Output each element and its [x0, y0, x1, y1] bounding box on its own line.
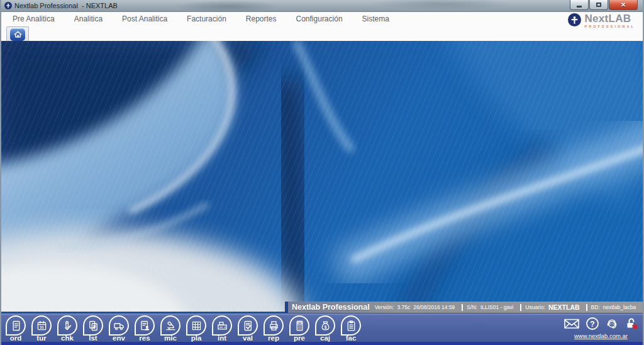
toolbar-button[interactable]: ord	[5, 315, 26, 342]
status-datetime: 26/08/2016 14:59	[413, 304, 455, 310]
toolbar-button[interactable]: rep	[263, 315, 284, 342]
toolbar-button-label: pre	[294, 334, 305, 342]
toolbar-button-label: fac	[346, 334, 357, 342]
microscope-icon	[160, 315, 180, 336]
bottom-toolbar: ord tur chk	[1, 313, 643, 345]
toolbar-button-label: res	[139, 334, 150, 342]
menu-bar: Pre Analitica Analitica Post Analitica F…	[1, 12, 643, 26]
menu-item[interactable]: Post Analitica	[122, 14, 167, 23]
toolbar-button[interactable]: int	[211, 315, 233, 342]
toolbar-right-cluster: www.nextlab.com.ar	[563, 316, 639, 339]
toolbar-button[interactable]: mic	[160, 315, 181, 342]
toolbar-button-label: lst	[89, 334, 97, 342]
toolbar-button-label: tur	[36, 334, 46, 342]
menu-item[interactable]: Configuración	[296, 14, 343, 23]
validation-icon	[238, 315, 258, 336]
app-window: Nextlab Professional - NEXTLAB ✕ Pre Ana…	[0, 0, 644, 345]
tab-strip	[1, 26, 643, 41]
lock-exit-icon[interactable]	[624, 316, 639, 331]
toolbar-button-label: rep	[268, 334, 279, 342]
toolbar-button[interactable]: pre	[289, 315, 310, 342]
calendar-turns-icon	[31, 315, 52, 336]
toolbar-button[interactable]: tur	[31, 315, 52, 342]
status-user-value: NEXTLAB	[548, 303, 580, 311]
app-logo-icon	[4, 2, 12, 9]
menu-item[interactable]: Facturación	[187, 14, 226, 23]
patient-results-icon	[135, 315, 155, 336]
shipment-truck-icon	[109, 315, 129, 336]
maximize-icon	[596, 3, 601, 7]
worksheet-grid-icon	[186, 315, 206, 336]
toolbar-button-label: env	[113, 334, 125, 342]
order-document-icon	[6, 315, 26, 336]
website-link[interactable]: www.nextlab.com.ar	[574, 332, 628, 339]
maximize-button[interactable]	[589, 0, 608, 10]
toolbar-button[interactable]: chk	[57, 315, 78, 342]
minimize-button[interactable]	[570, 0, 589, 10]
menu-items: Pre Analitica Analitica Post Analitica F…	[1, 14, 409, 23]
status-bar: Nextlab Professional Versión: 3.75c 26/0…	[285, 302, 643, 313]
toolbar-button[interactable]: fac	[340, 315, 362, 342]
toolbar-button[interactable]: caj	[314, 315, 336, 342]
status-version-label: Versión:	[375, 304, 394, 310]
main-content: Nextlab Professional Versión: 3.75c 26/0…	[1, 41, 643, 313]
toolbar-button[interactable]: val	[237, 315, 258, 342]
toolbar-buttons: ord tur chk	[1, 314, 362, 342]
minimize-icon	[577, 6, 582, 8]
window-title: Nextlab Professional - NEXTLAB	[14, 2, 118, 9]
close-icon: ✕	[621, 2, 626, 8]
status-sn-value: ILLIS01 - gavi	[480, 304, 513, 310]
menu-item[interactable]: Reportes	[246, 14, 277, 23]
toolbar-button-label: val	[243, 334, 253, 342]
toolbar-button-label: pla	[191, 334, 202, 342]
brand-logo: NextLAB PROFESSIONAL	[568, 13, 635, 29]
work-list-icon	[83, 315, 103, 336]
brand-name: NextLAB	[584, 13, 631, 25]
status-user-label: Usuario:	[525, 304, 545, 310]
toolbar-button-label: chk	[61, 334, 74, 342]
toolbar-button-label: mic	[164, 334, 177, 342]
price-calculator-icon	[289, 315, 309, 336]
brand-logo-icon	[568, 13, 581, 26]
close-button[interactable]: ✕	[609, 0, 638, 10]
menu-item[interactable]: Pre Analitica	[13, 14, 55, 23]
menu-item[interactable]: Sistema	[362, 14, 389, 23]
invoice-icon	[341, 315, 361, 336]
toolbar-button[interactable]: res	[134, 315, 155, 342]
tab-home[interactable]	[6, 26, 29, 42]
status-app-name: Nextlab Professional	[292, 303, 370, 312]
print-report-icon	[264, 315, 284, 336]
toolbar-button-label: int	[218, 334, 226, 342]
home-icon	[10, 28, 25, 41]
status-version-value: 3.75c	[397, 304, 410, 310]
toolbar-button[interactable]: env	[108, 315, 130, 342]
toolbar-button-label: ord	[10, 334, 22, 342]
window-controls: ✕	[570, 0, 638, 10]
menu-item[interactable]: Analitica	[74, 14, 103, 23]
help-icon[interactable]	[585, 316, 600, 331]
instrument-interface-icon	[212, 315, 232, 336]
status-separator	[520, 304, 521, 311]
status-separator	[462, 304, 463, 311]
sample-check-in-icon	[57, 315, 77, 336]
mail-icon[interactable]	[563, 316, 580, 331]
toolbar-button[interactable]: pla	[186, 315, 207, 342]
status-sn-label: S/N:	[467, 304, 477, 310]
status-separator	[586, 304, 587, 311]
status-db-value: nextlab_lacba	[603, 304, 636, 310]
toolbar-button[interactable]: lst	[82, 315, 104, 342]
toolbar-button-label: caj	[320, 334, 330, 342]
support-headset-icon[interactable]	[604, 316, 619, 331]
title-bar: Nextlab Professional - NEXTLAB ✕	[1, 0, 643, 12]
wallpaper-texture	[1, 41, 643, 313]
brand-subtitle: PROFESSIONAL	[584, 25, 635, 29]
cash-box-icon	[315, 315, 335, 336]
status-db-label: BD:	[591, 304, 600, 310]
